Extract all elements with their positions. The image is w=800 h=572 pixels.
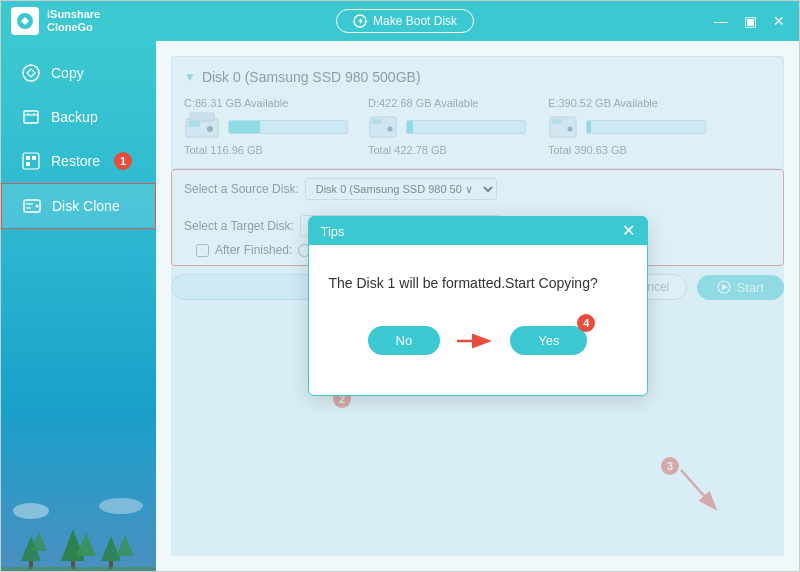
content-inner: ▼ Disk 0 (Samsung SSD 980 500GB) C:86.31… bbox=[171, 56, 784, 556]
svg-rect-7 bbox=[26, 162, 30, 166]
sidebar-item-restore[interactable]: Restore 1 bbox=[1, 139, 156, 183]
logo-text: iSunshare CloneGo bbox=[47, 8, 100, 34]
copy-icon bbox=[21, 63, 41, 83]
modal-no-button[interactable]: No bbox=[368, 326, 441, 355]
svg-marker-13 bbox=[31, 531, 47, 551]
sidebar-restore-badge: 1 bbox=[114, 152, 132, 170]
modal-yes-button[interactable]: Yes bbox=[510, 326, 587, 355]
window-controls: ― ▣ ✕ bbox=[710, 11, 789, 31]
modal-arrow-icon bbox=[455, 331, 495, 351]
sidebar: Copy Backup bbox=[1, 41, 156, 571]
close-button[interactable]: ✕ bbox=[769, 11, 789, 31]
maximize-button[interactable]: ▣ bbox=[740, 11, 761, 31]
svg-rect-4 bbox=[23, 153, 39, 169]
sidebar-backup-label: Backup bbox=[51, 109, 98, 125]
main-layout: Copy Backup bbox=[1, 41, 799, 571]
modal-body: The Disk 1 will be formatted.Start Copyi… bbox=[309, 245, 647, 311]
svg-point-10 bbox=[13, 503, 49, 519]
yes-btn-wrapper: Yes 4 bbox=[510, 326, 587, 355]
modal-footer: No Yes bbox=[309, 311, 647, 370]
svg-marker-15 bbox=[76, 533, 96, 556]
sidebar-restore-label: Restore bbox=[51, 153, 100, 169]
modal-overlay: Tips ✕ The Disk 1 will be formatted.Star… bbox=[171, 56, 784, 556]
svg-rect-6 bbox=[32, 156, 36, 160]
svg-marker-16 bbox=[101, 536, 121, 561]
modal-header: Tips ✕ bbox=[309, 217, 647, 245]
modal-message: The Disk 1 will be formatted.Start Copyi… bbox=[329, 275, 627, 291]
title-bar: iSunshare CloneGo Make Boot Disk ― ▣ ✕ bbox=[1, 1, 799, 41]
sidebar-decorative-trees bbox=[1, 229, 156, 571]
svg-rect-21 bbox=[1, 567, 156, 571]
svg-point-11 bbox=[99, 498, 143, 514]
modal-title: Tips bbox=[321, 224, 345, 239]
title-bar-center: Make Boot Disk bbox=[100, 9, 710, 33]
modal-dialog: Tips ✕ The Disk 1 will be formatted.Star… bbox=[308, 216, 648, 396]
app-window: iSunshare CloneGo Make Boot Disk ― ▣ ✕ bbox=[0, 0, 800, 572]
disk-clone-icon bbox=[22, 196, 42, 216]
backup-icon bbox=[21, 107, 41, 127]
restore-icon bbox=[21, 151, 41, 171]
svg-point-9 bbox=[36, 205, 39, 208]
minimize-button[interactable]: ― bbox=[710, 11, 732, 31]
sidebar-item-disk-clone[interactable]: Disk Clone bbox=[1, 183, 156, 229]
svg-rect-5 bbox=[26, 156, 30, 160]
sidebar-copy-label: Copy bbox=[51, 65, 84, 81]
sidebar-item-backup[interactable]: Backup bbox=[1, 95, 156, 139]
logo-icon bbox=[11, 7, 39, 35]
modal-close-button[interactable]: ✕ bbox=[622, 223, 635, 239]
svg-rect-3 bbox=[24, 111, 38, 123]
sidebar-disk-clone-label: Disk Clone bbox=[52, 198, 120, 214]
content-area: ▼ Disk 0 (Samsung SSD 980 500GB) C:86.31… bbox=[156, 41, 799, 571]
badge-4: 4 bbox=[577, 314, 595, 332]
svg-marker-17 bbox=[116, 535, 134, 556]
app-logo: iSunshare CloneGo bbox=[11, 7, 100, 35]
svg-point-2 bbox=[23, 65, 39, 81]
make-boot-button[interactable]: Make Boot Disk bbox=[336, 9, 474, 33]
sidebar-item-copy[interactable]: Copy bbox=[1, 51, 156, 95]
